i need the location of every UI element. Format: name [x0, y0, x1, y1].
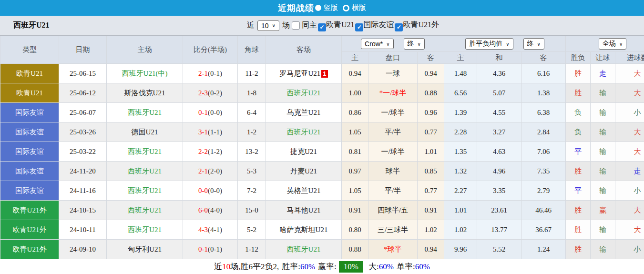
team-name: 哈萨克斯坦U21 [280, 226, 328, 233]
odds-time-dropdown[interactable]: 终 ∨ [404, 38, 425, 50]
vertical-radio[interactable] [315, 5, 321, 11]
home-team-cell: 西班牙U21 [107, 220, 183, 240]
handicap-cell: 一/球半 [368, 142, 418, 162]
team-name: 西班牙U21 [128, 167, 162, 175]
avg-win-cell: 1.48 [444, 64, 477, 83]
big-label: 大: [368, 261, 379, 272]
summary-record: 场,胜6平2负2, [230, 261, 279, 272]
team-name: 罗马尼亚U21 [279, 70, 320, 77]
score-cell: 4-3(4-1) [183, 220, 238, 240]
avg-draw-cell: 5.07 [477, 83, 521, 103]
sub-header-handicap-result: 让球 [591, 52, 615, 64]
avg-loss-cell: 6.16 [521, 64, 566, 83]
date-cell: 24-11-16 [59, 181, 107, 201]
away-team-cell: 西班牙U21 [266, 122, 342, 142]
competition-checkbox-label[interactable]: 国际友谊 [363, 20, 394, 29]
match-type-cell: 国际友谊 [0, 181, 59, 201]
odds-away-cell: 0.77 [418, 122, 444, 142]
match-type-cell: 欧青U21外 [0, 201, 59, 220]
team-name: 西班牙U21 [287, 128, 321, 136]
result-cell: 负 [566, 122, 591, 142]
competition-checkbox[interactable]: ✓ [355, 23, 363, 31]
chevron-down-icon: ∨ [386, 41, 389, 47]
home-team-cell: 西班牙U21 [107, 142, 183, 162]
team-name: 西班牙U21 [128, 187, 162, 194]
team-name: 丹麦U21 [290, 167, 317, 175]
handicap-result-cell: 输 [591, 240, 615, 259]
competition-checkbox-label[interactable]: 欧青U21 [326, 20, 355, 29]
team-name: 西班牙U21 [128, 206, 162, 214]
filter-controls: 近 10 ∨ 场 同主 ✓欧青U21✓国际友谊✓欧青U21外 [247, 20, 440, 31]
vertical-radio-label[interactable]: 竖版 [324, 3, 338, 12]
avg-win-cell: 1.01 [444, 201, 477, 220]
goal-badge: 1 [321, 70, 327, 78]
odds-away-cell: 0.96 [418, 103, 444, 122]
competition-checkbox[interactable]: ✓ [318, 23, 326, 31]
result-cell: 负 [566, 103, 591, 122]
avg-win-cell: 6.56 [444, 83, 477, 103]
odds-away-cell: 0.94 [418, 240, 444, 259]
team-name: 德国U21 [132, 128, 158, 136]
avg-win-cell: 1.02 [444, 220, 477, 240]
avg-loss-cell: 1.38 [521, 83, 566, 103]
avg-type-dropdown[interactable]: 胜平负均值 ∨ [465, 38, 513, 50]
odds-home-cell: 0.91 [342, 201, 368, 220]
avg-loss-cell: 1.24 [521, 240, 566, 259]
single-label: 单率: [397, 261, 415, 272]
sub-header-avg-draw: 和 [477, 52, 521, 64]
team-name: 匈牙利U21 [128, 245, 162, 253]
avg-draw-cell: 13.77 [477, 220, 521, 240]
sub-header-handicap: 盘口 [368, 52, 418, 64]
handicap-result-cell: 走 [591, 64, 615, 83]
team-name: 英格兰U21 [287, 187, 321, 194]
odds-away-cell: 0.85 [418, 162, 444, 181]
odds-away-cell: 0.88 [418, 83, 444, 103]
chevron-down-icon: ∨ [619, 41, 623, 47]
odds-home-cell: 1.05 [342, 122, 368, 142]
home-team-cell: 西班牙U21 [107, 103, 183, 122]
same-home-checkbox[interactable] [292, 21, 300, 30]
date-cell: 24-09-10 [59, 240, 107, 259]
competition-checkbox-label[interactable]: 欧青U21外 [403, 20, 439, 29]
odds-company-dropdown[interactable]: Crow* ∨ [361, 39, 393, 49]
recent-count-dropdown[interactable]: 10 ∨ [257, 20, 279, 31]
match-row: 欧青U21外24-09-10匈牙利U210-1(0-1)1-12西班牙U210.… [0, 240, 644, 259]
horizontal-radio-label[interactable]: 横版 [352, 3, 366, 12]
home-team-cell: 斯洛伐克U21 [107, 83, 183, 103]
col-header-score: 比分(半场) [183, 36, 238, 64]
corner-cell: 13-2 [238, 142, 266, 162]
same-home-label[interactable]: 同主 [302, 20, 317, 30]
sub-header-odds-home: 主 [342, 52, 368, 64]
sub-header-goals: 进球数 [615, 52, 644, 64]
date-cell: 25-03-26 [59, 122, 107, 142]
score-cell: 3-1(1-1) [183, 122, 238, 142]
team-name: 西班牙U21 [128, 226, 162, 233]
away-team-cell: 捷克U21 [266, 142, 342, 162]
result-cell: 平 [566, 142, 591, 162]
chevron-down-icon: ∨ [272, 23, 276, 28]
away-team-cell: 丹麦U21 [266, 162, 342, 181]
result-cell: 胜 [566, 220, 591, 240]
goals-result-cell: 小 [615, 240, 644, 259]
col-header-date: 日期 [59, 36, 107, 64]
goals-result-cell: 大 [615, 64, 644, 83]
handicap-cell: 一/球半 [368, 103, 418, 122]
odds-away-cell: 0.77 [418, 181, 444, 201]
match-row: 欧青U2125-06-12斯洛伐克U212-3(0-2)1-8西班牙U211.0… [0, 83, 644, 103]
avg-draw-cell: 4.63 [477, 142, 521, 162]
horizontal-radio[interactable] [343, 5, 349, 11]
handicap-result-cell: 输 [591, 103, 615, 122]
match-row: 国际友谊25-03-26德国U213-1(1-1)1-2西班牙U211.05平/… [0, 122, 644, 142]
home-team-cell: 西班牙U21 [107, 162, 183, 181]
matches-label: 场 [282, 20, 290, 30]
handicap-result-cell: 输 [591, 83, 615, 103]
corner-cell: 5-3 [238, 162, 266, 181]
competition-checkbox[interactable]: ✓ [395, 23, 403, 31]
handicap-result-cell: 输 [591, 220, 615, 240]
avg-win-cell: 1.35 [444, 142, 477, 162]
corner-cell: 6-4 [238, 103, 266, 122]
scope-dropdown[interactable]: 全场 ∨ [599, 38, 626, 50]
col-header-away: 客场 [266, 36, 342, 64]
avg-time-dropdown[interactable]: 终 ∨ [523, 38, 544, 50]
col-header-corner: 角球 [238, 36, 266, 64]
